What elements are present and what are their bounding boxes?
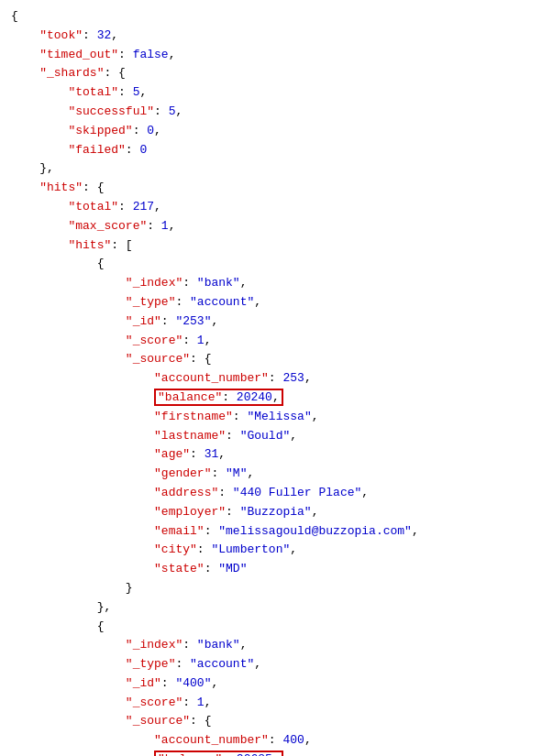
code-line-l23: "lastname": "Gould", [11,427,553,446]
json-key: "timed_out" [39,48,118,61]
json-punct: : [222,390,237,404]
json-key: "lastname" [154,429,226,443]
code-line-l4: "_shards": { [11,64,553,83]
code-line-l36: "_id": "400", [11,674,553,694]
json-key: "_id" [126,676,161,690]
code-line-l38: "_source": { [11,712,553,731]
json-punct: : [182,638,197,652]
json-string: "MD" [218,562,247,575]
code-line-l1: { [11,7,553,27]
json-string: "bank" [197,276,240,290]
json-punct: : [197,542,212,556]
code-line-l3: "timed_out": false, [11,46,553,65]
json-punct: : [226,505,240,519]
json-key: "city" [154,542,197,556]
json-number: 1 [161,219,169,233]
json-punct: : [190,447,205,461]
code-line-l19: "_source": { [11,350,553,369]
json-string: "400" [175,676,211,690]
json-key: "_id" [126,314,161,328]
code-line-l26: "address": "440 Fuller Place", [11,484,553,503]
code-line-l13: "hits": [ [11,236,553,256]
json-key: "state" [154,562,205,575]
json-punct: , [272,752,280,756]
code-line-l40: "balance": 20685, [11,751,553,756]
json-punct: , [169,219,176,233]
json-punct: : [182,334,197,347]
json-key: "_source" [126,352,190,366]
json-punct: , [154,124,161,137]
json-string: "account" [190,657,254,671]
json-key: "_score" [126,696,182,709]
json-punct: , [154,200,161,214]
json-key: "age" [154,447,190,461]
json-punct: , [254,295,261,309]
code-line-l7: "skipped": 0, [11,122,553,141]
json-number: 32 [97,28,112,42]
json-key: "total" [68,85,118,99]
code-line-l8: "failed": 0 [11,141,553,160]
json-punct: : { [104,66,125,80]
code-line-l5: "total": 5, [11,83,553,103]
code-line-l20: "account_number": 253, [11,369,553,389]
code-line-l29: "city": "Lumberton", [11,541,553,560]
json-key: "email" [154,524,205,538]
json-punct: : [269,733,283,747]
json-punct: , [175,104,182,118]
code-line-l2: "took": 32, [11,27,553,46]
json-punct: : [218,486,233,499]
json-string: "melissagould@buzzopia.com" [218,524,412,538]
code-line-l21: "balance": 20240, [11,389,553,408]
json-key: "gender" [154,466,211,480]
json-key: "took" [39,28,83,42]
json-number: 1 [197,696,205,709]
json-key: "total" [68,200,118,214]
json-punct: : [222,752,237,756]
json-string: "Melissa" [247,410,311,423]
json-punct: , [361,486,369,499]
json-number: 0 [147,124,154,137]
code-line-l33: { [11,618,553,637]
json-punct: : [161,314,176,328]
json-punct: , [312,505,319,519]
json-punct: , [169,48,176,61]
json-key: "_type" [126,657,176,671]
json-number: 31 [205,447,219,461]
json-key: "address" [154,486,218,499]
json-key: "balance" [158,390,222,404]
json-punct: , [211,676,218,690]
json-key: "_index" [126,638,182,652]
json-punct: , [111,28,118,42]
json-punct: : [205,562,219,575]
json-key: "account_number" [154,371,269,385]
json-string: "M" [226,466,247,480]
json-punct: : [175,657,190,671]
code-line-l9: }, [11,159,553,179]
json-number: 1 [197,334,205,347]
json-punct: : [205,524,219,538]
json-key: "skipped" [68,124,132,137]
json-key: "hits" [39,181,83,194]
highlighted-value: "balance": 20240, [154,389,283,406]
json-punct: , [412,524,419,538]
code-line-l12: "max_score": 1, [11,217,553,236]
json-key: "employer" [154,505,226,519]
json-punct: , [218,447,226,461]
json-key: "_score" [126,334,182,347]
json-punct: : [154,104,169,118]
json-number: 0 [139,143,147,157]
code-line-l10: "hits": { [11,179,553,198]
json-punct: , [139,85,147,99]
json-key: "balance" [158,752,222,756]
json-punct: : [ [111,238,132,252]
json-number: 20685 [237,752,272,756]
json-punct: }, [97,600,112,614]
json-string: "Lumberton" [211,542,290,556]
json-punct: : [269,371,283,385]
json-punct: : [83,28,97,42]
json-number: 217 [133,200,154,214]
json-punct: : [126,143,140,157]
json-punct: : [226,429,240,443]
code-line-l35: "_type": "account", [11,655,553,674]
highlighted-value: "balance": 20685, [154,751,283,756]
